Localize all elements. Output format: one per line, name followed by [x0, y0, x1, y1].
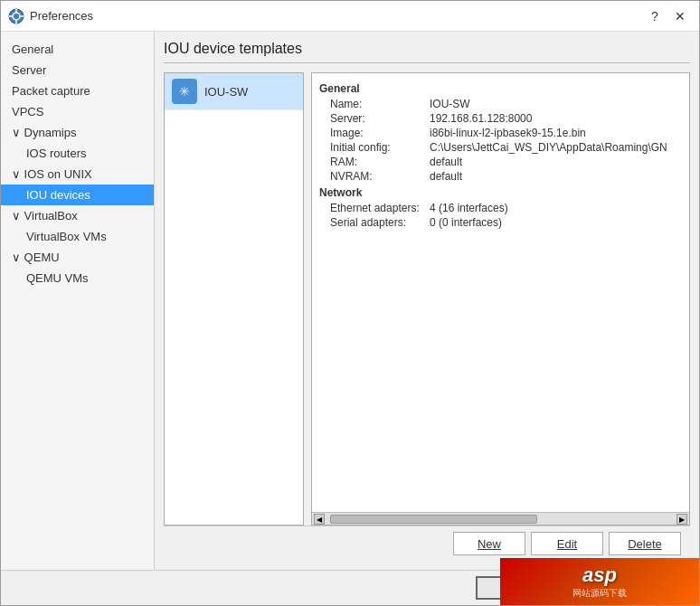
details-row: Server:192.168.61.128:8000: [319, 112, 682, 125]
device-list: ✳IOU-SW: [164, 72, 304, 526]
delete-button[interactable]: Delete: [609, 532, 681, 555]
details-row: RAM:default: [319, 156, 682, 168]
details-row: NVRAM:default: [319, 170, 682, 183]
help-button[interactable]: ?: [643, 5, 667, 27]
details-label: Ethernet adapters:: [330, 202, 430, 214]
details-label: Serial adapters:: [330, 216, 430, 229]
details-label: Initial config:: [330, 141, 430, 154]
window-controls: ? ✕: [643, 5, 692, 27]
new-button[interactable]: New: [453, 532, 525, 555]
details-label: Name:: [330, 98, 430, 110]
content-area: GeneralServerPacket captureVPCS∨ Dynamip…: [1, 32, 699, 570]
sidebar-item-packet-capture[interactable]: Packet capture: [1, 80, 154, 101]
sidebar-item-qemu[interactable]: ∨ QEMU: [1, 247, 154, 268]
details-value: i86bi-linux-l2-ipbasek9-15.1e.bin: [430, 127, 682, 139]
device-item-iou-sw[interactable]: ✳IOU-SW: [165, 73, 303, 110]
details-value: default: [430, 170, 682, 183]
details-row: Ethernet adapters:4 (16 interfaces): [319, 202, 682, 214]
details-section-network: Network: [319, 186, 682, 199]
edit-button[interactable]: Edit: [531, 532, 603, 555]
device-icon: ✳: [172, 79, 197, 104]
device-name: IOU-SW: [204, 85, 248, 99]
panel-body: ✳IOU-SW GeneralName:IOU-SWServer:192.168…: [164, 72, 690, 526]
details-wrapper: GeneralName:IOU-SWServer:192.168.61.128:…: [311, 72, 690, 526]
details-value: 0 (0 interfaces): [430, 216, 682, 229]
details-label: RAM:: [330, 156, 430, 168]
details-value: default: [430, 156, 682, 168]
details-value: 192.168.61.128:8000: [430, 112, 682, 125]
watermark-subtext: 网站源码下载: [572, 587, 627, 600]
sidebar-item-general[interactable]: General: [1, 39, 154, 60]
window-title: Preferences: [30, 9, 643, 23]
details-value: 4 (16 interfaces): [430, 202, 682, 214]
details-label: Server:: [330, 112, 430, 125]
details-label: Image:: [330, 127, 430, 139]
watermark: asp 网站源码下载: [500, 558, 699, 605]
details-row: Image:i86bi-linux-l2-ipbasek9-15.1e.bin: [319, 127, 682, 139]
sidebar-item-server[interactable]: Server: [1, 60, 154, 80]
details-section-general: General: [319, 82, 682, 95]
details-label: NVRAM:: [330, 170, 430, 183]
sidebar-item-ios-on-unix[interactable]: ∨ IOS on UNIX: [1, 164, 154, 185]
details-row: Name:IOU-SW: [319, 98, 682, 110]
sidebar-item-ios-routers[interactable]: IOS routers: [1, 143, 154, 164]
title-bar: Preferences ? ✕: [1, 1, 699, 32]
sidebar-item-dynamips[interactable]: ∨ Dynamips: [1, 122, 154, 143]
panel-title: IOU device templates: [164, 41, 690, 63]
sidebar-item-virtualbox[interactable]: ∨ VirtualBox: [1, 205, 154, 226]
details-row: Serial adapters:0 (0 interfaces): [319, 216, 682, 229]
sidebar-item-vpcs[interactable]: VPCS: [1, 101, 154, 122]
scroll-thumb[interactable]: [330, 515, 537, 524]
watermark-text: asp: [582, 563, 617, 587]
details-row: Initial config:C:\Users\JettCai_WS_DIY\A…: [319, 141, 682, 154]
details-value: IOU-SW: [430, 98, 682, 110]
scroll-left-arrow[interactable]: ◀: [314, 514, 325, 525]
main-panel: IOU device templates ✳IOU-SW GeneralName…: [155, 32, 699, 570]
sidebar-item-virtualbox-vms[interactable]: VirtualBox VMs: [1, 226, 154, 247]
app-icon: [8, 8, 24, 24]
sidebar-item-iou-devices[interactable]: IOU devices: [1, 185, 154, 205]
scroll-right-arrow[interactable]: ▶: [676, 514, 687, 525]
sidebar: GeneralServerPacket captureVPCS∨ Dynamip…: [1, 32, 155, 570]
details-value: C:\Users\JettCai_WS_DIY\AppData\Roaming\…: [430, 141, 682, 154]
preferences-window: Preferences ? ✕ GeneralServerPacket capt…: [0, 0, 700, 606]
sidebar-item-qemu-vms[interactable]: QEMU VMs: [1, 268, 154, 289]
close-button[interactable]: ✕: [668, 5, 692, 27]
details-content: GeneralName:IOU-SWServer:192.168.61.128:…: [312, 73, 689, 512]
action-bar: New Edit Delete: [164, 526, 690, 561]
horizontal-scrollbar[interactable]: ◀ ▶: [312, 512, 689, 525]
